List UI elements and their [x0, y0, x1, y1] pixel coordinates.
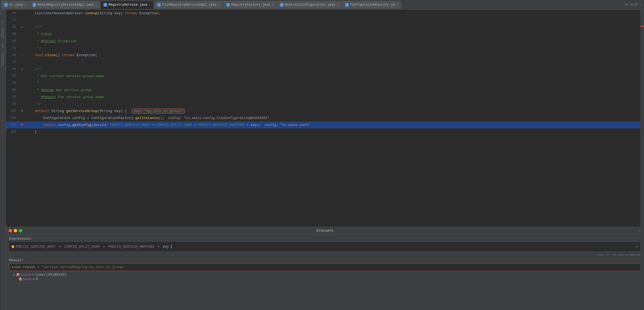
dialog-title: Evaluate [317, 229, 333, 233]
field-badge: f [16, 273, 20, 276]
panel-label-ation: ation [1, 28, 5, 38]
tab-close-3[interactable]: × [218, 3, 220, 6]
line-content-100: default String getServiceGroup(String ke… [25, 109, 644, 113]
expression-label: Expression: [9, 237, 641, 241]
maximize-window-button[interactable] [19, 229, 22, 232]
java-file-icon: J [4, 3, 8, 7]
line-num-93: 93 [6, 60, 19, 64]
line-num-91: 91 [6, 46, 19, 50]
code-line-96: 96 * [6, 80, 644, 86]
hash-eq: = [32, 277, 35, 281]
tab-bar: J er.java × J RedisRegistryServiceImpl.j… [0, 0, 644, 10]
result-box: ▼ ∞oo result = "service.vgroupMapping.my… [9, 263, 641, 271]
line-content-99: */ [25, 102, 644, 106]
tab-close-6[interactable]: × [396, 3, 398, 6]
tab-config-factory[interactable]: J ConfigurationFactory.ja × [342, 1, 401, 9]
line-num-95: 95 [6, 74, 19, 78]
line-content-88: /** [25, 25, 644, 29]
code-line-89: 89 * Close. [6, 31, 644, 38]
value-expand-arrow[interactable]: ▶ [13, 273, 15, 276]
line-content-98: * @return the service group name [25, 95, 644, 99]
line-content-102: return config.getConfig(dataId: PREFIX_S… [25, 123, 644, 127]
hash-badge: f [19, 278, 22, 281]
line-num-88: 88 [6, 25, 19, 29]
java-file-icon: J [157, 3, 161, 7]
tab-close-4[interactable]: × [272, 3, 273, 6]
tab-er-java[interactable]: J er.java × [1, 1, 29, 9]
field-val-hash: 0 [36, 277, 38, 281]
result-sub-hash: f hash = 0 [9, 277, 641, 281]
code-line-102: 102 ● return config.getConfig(dataId: PR… [6, 121, 644, 128]
field-name-value: value [21, 273, 31, 277]
code-line-99: 99 */ [6, 100, 644, 107]
tab-registry-factory[interactable]: J RegistryFactory.java × [223, 1, 276, 9]
line-num-90: 90 [6, 39, 19, 43]
line-num-96: 96 [6, 81, 19, 85]
field-eq: = [32, 273, 34, 277]
gutter-88: ⬥ [19, 26, 25, 29]
code-line-95: 95 * Get current service group name [6, 73, 644, 80]
line-content-96: * [25, 81, 644, 85]
result-main-row: ▼ ∞oo result = "service.vgroupMapping.my… [12, 265, 638, 269]
expression-section: Expression: PREFIX_SERVICE_ROOT + CONFIG… [6, 235, 644, 253]
line-content-95: * Get current service group name [25, 74, 644, 78]
java-file-icon: J [103, 3, 107, 7]
evaluate-hint: Use ⇧⌘⏎ to add to Watche [6, 253, 644, 257]
code-line-94: 94 ⬥ /** [6, 66, 644, 73]
line-content-86: List<InetSocketAddress> lookup(String ke… [25, 11, 644, 15]
line-num-94: 94 [6, 67, 19, 71]
line-num-101: 101 [6, 116, 19, 120]
scroll-error-mark [640, 26, 644, 27]
tab-overflow-icon[interactable]: ≫ [625, 3, 628, 7]
gutter-100: @ [19, 109, 25, 113]
field-val-value: {char[38]@6140} [35, 273, 67, 277]
code-line-101: 101 Configuration config = Configuration… [6, 114, 644, 121]
result-collapse-arrow[interactable]: ▼ [12, 266, 13, 269]
code-line-93: 93 [6, 59, 644, 66]
line-num-92: 92 [6, 53, 19, 57]
gutter-92: ↓ [19, 53, 25, 57]
line-num-86: 86 [6, 11, 19, 15]
toggle-icon[interactable]: ⌘/开 [631, 2, 638, 7]
result-equals: = [37, 265, 39, 269]
tab-bar-end: ≫ ⌘/开 ✓ [625, 2, 644, 7]
expression-input[interactable]: PREFIX_SERVICE_ROOT + CONFIG_SPLIT_CHAR … [9, 242, 641, 251]
expression-text: PREFIX_SERVICE_ROOT + CONFIG_SPLIT_CHAR … [16, 245, 172, 249]
line-content-101: Configuration config = ConfigurationFact… [25, 116, 644, 120]
checkmark-icon: ✓ [640, 3, 642, 7]
line-num-99: 99 [6, 102, 19, 106]
java-file-icon: J [32, 3, 36, 7]
result-label: Result: [9, 258, 641, 262]
panel-label-cation: cation [1, 53, 5, 65]
tab-file-registry[interactable]: J FileRegistryServiceImpl.java × [154, 1, 223, 9]
line-content-92: void close() throws Exception; [25, 53, 644, 57]
result-value: "service.vgroupMapping.my_test_tx_group" [41, 265, 125, 269]
expand-expression-button[interactable]: ⤢ [635, 244, 638, 249]
gutter-94: ⬥ [19, 67, 25, 71]
java-file-icon: J [345, 3, 349, 7]
gutter-102: ● [19, 123, 25, 127]
parameter-hint-tooltip: key: "my_test_tx_group" [132, 109, 184, 114]
close-window-button[interactable] [9, 229, 12, 232]
left-panel-labels: 5 ation nf cation [0, 10, 6, 310]
tab-abstract-config[interactable]: J AbstractConfiguration.java × [277, 1, 342, 9]
field-name-hash: hash [23, 277, 31, 281]
tab-close-2[interactable]: × [149, 3, 151, 6]
code-line-92: 92 ↓ void close() throws Exception; [6, 52, 644, 59]
tab-close-1[interactable]: × [95, 3, 97, 6]
code-line-86: 86 ↓ List<InetSocketAddress> lookup(Stri… [6, 10, 644, 17]
gutter-86: ↓ [19, 12, 25, 15]
panel-label-nf: nf [1, 44, 5, 48]
tab-close-0[interactable]: × [24, 3, 26, 6]
tab-redis-registry[interactable]: J RedisRegistryServiceImpl.java × [30, 1, 100, 9]
tab-registry-service[interactable]: J RegistryService.java × [100, 1, 154, 9]
panel-label-5: 5 [1, 20, 5, 23]
minimize-window-button[interactable] [14, 229, 17, 232]
right-scrollbar[interactable] [640, 10, 644, 310]
java-file-icon: J [226, 3, 230, 7]
line-content-103: } [25, 130, 644, 134]
window-controls [9, 229, 22, 232]
evaluate-title-bar: Evaluate ⤢ [6, 227, 644, 235]
tab-close-5[interactable]: × [337, 3, 339, 6]
result-type: ∞oo result [15, 265, 35, 269]
